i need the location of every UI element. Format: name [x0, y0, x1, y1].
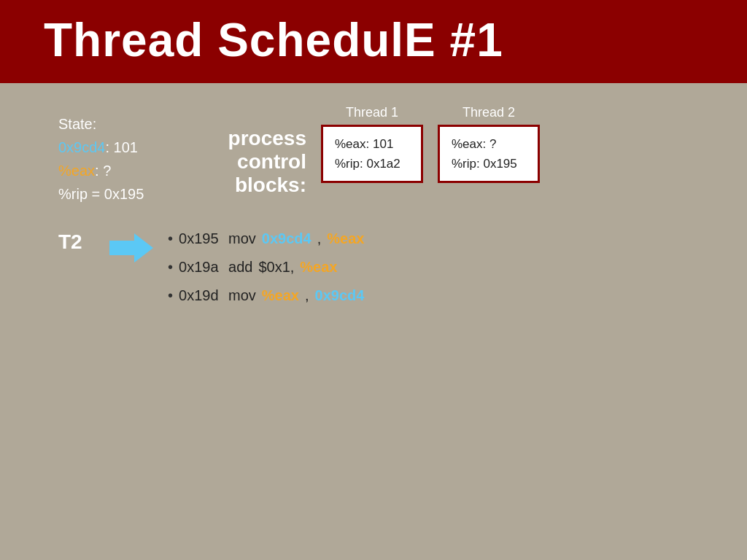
thread-2-box: %eax: ? %rip: 0x195	[438, 125, 540, 183]
thread-2-eax: %eax: ?	[452, 134, 526, 154]
state-label: State:	[58, 112, 204, 136]
top-section: State: 0x9cd4: 101 %eax: ? %rip = 0x195 …	[58, 105, 689, 206]
address-line: 0x9cd4: 101	[58, 136, 204, 159]
thread-columns: Thread 1 %eax: 101 %rip: 0x1a2 Thread 2 …	[321, 105, 689, 183]
arrow-icon	[109, 233, 153, 262]
instruction-section: T2 • 0x195 mov 0x9cd4, %eax • 0x19a add …	[58, 228, 689, 304]
pcb-label: process control blocks:	[204, 105, 321, 197]
header: Thread SchedulE #1	[0, 0, 747, 83]
eax-line: %eax: ?	[58, 159, 204, 182]
instructions-list: • 0x195 mov 0x9cd4, %eax • 0x19a add $0x…	[168, 228, 364, 304]
instruction-2: • 0x19a add $0x1, %eax	[168, 259, 364, 276]
thread-1-rip: %rip: 0x1a2	[335, 154, 409, 174]
thread-1-column: Thread 1 %eax: 101 %rip: 0x1a2	[321, 105, 423, 183]
thread-2-column: Thread 2 %eax: ? %rip: 0x195	[438, 105, 540, 183]
instruction-3: • 0x19d mov %eax, 0x9cd4	[168, 287, 364, 304]
thread-2-label: Thread 2	[462, 105, 515, 120]
instruction-1: • 0x195 mov 0x9cd4, %eax	[168, 230, 364, 247]
thread-2-rip: %rip: 0x195	[452, 154, 526, 174]
page-title: Thread SchedulE #1	[44, 13, 703, 67]
thread-1-box: %eax: 101 %rip: 0x1a2	[321, 125, 423, 183]
state-box: State: 0x9cd4: 101 %eax: ? %rip = 0x195	[58, 105, 204, 206]
t2-label: T2	[58, 228, 95, 254]
thread-1-eax: %eax: 101	[335, 134, 409, 154]
main-content: State: 0x9cd4: 101 %eax: ? %rip = 0x195 …	[0, 83, 747, 319]
thread-1-label: Thread 1	[346, 105, 398, 120]
rip-line: %rip = 0x195	[58, 182, 204, 206]
